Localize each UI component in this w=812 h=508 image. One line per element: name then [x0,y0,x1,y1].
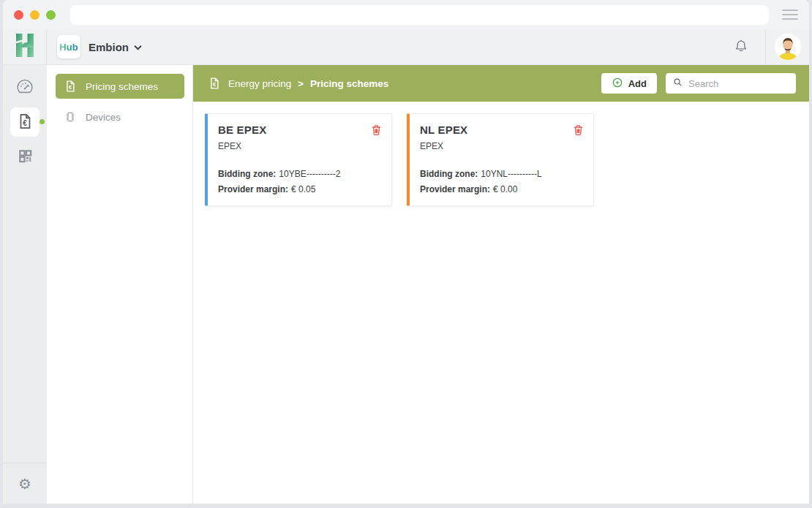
hub-product-badge: Hub [57,35,80,58]
plus-circle-icon [612,77,623,91]
field-label: Bidding zone: [420,169,478,179]
svg-text:€: € [69,84,72,91]
search-input[interactable] [688,78,789,89]
gear-icon: ⚙ [18,476,31,492]
minimize-window-button[interactable] [30,10,40,20]
header-main: Hub Embion [47,29,765,64]
document-euro-icon: € [64,80,77,93]
field-value: 10YBE----------2 [279,169,340,179]
breadcrumb-current: Pricing schemes [310,78,388,89]
app-logo[interactable] [3,29,47,64]
sidebar-item-label: Devices [86,112,121,123]
gauge-icon [15,77,34,98]
device-chip-icon [64,110,77,124]
add-button[interactable]: Add [601,73,657,94]
document-euro-icon: € [208,77,221,90]
search-box [666,73,796,94]
sidebar: € Pricing schemes Devices [47,65,193,504]
svg-text:€: € [23,118,27,126]
browser-window: Hub Embion [3,0,809,504]
window-controls [14,10,56,20]
sidebar-item-devices[interactable]: Devices [56,105,184,129]
field-value: € 0.00 [493,184,517,194]
field-label: Provider margin: [218,184,288,194]
workspace-name: Embion [89,41,129,53]
avatar-cell [765,29,809,64]
trash-icon [370,128,383,139]
status-dot [40,119,45,124]
chevron-down-icon [134,42,142,53]
card-title: BE EPEX [218,124,381,136]
browser-menu-icon[interactable] [782,10,798,20]
provider-margin-field: Provider margin:€ 0.05 [218,184,381,194]
field-value: € 0.05 [291,184,315,194]
rail-item-apps[interactable] [10,143,40,172]
maximize-window-button[interactable] [46,10,56,20]
notifications-button[interactable] [733,38,749,56]
field-label: Bidding zone: [218,169,276,179]
card-title: NL EPEX [420,124,583,136]
app-body: € [3,65,809,504]
delete-button[interactable] [370,124,383,137]
user-avatar[interactable] [775,34,801,60]
svg-text:€: € [213,81,217,88]
field-label: Provider margin: [420,184,490,194]
settings-button[interactable]: ⚙ [18,477,31,491]
sidebar-item-label: Pricing schemes [86,81,158,92]
hub-badge-label: Hub [59,42,78,53]
bidding-zone-field: Bidding zone:10YBE----------2 [218,169,381,179]
close-window-button[interactable] [14,10,23,20]
browser-chrome [3,0,809,29]
apps-grid-icon [17,148,34,167]
breadcrumb-separator: > [298,78,304,89]
breadcrumb-parent[interactable]: Energy pricing [228,78,291,89]
search-icon [672,77,683,91]
sidebar-item-pricing-schemes[interactable]: € Pricing schemes [56,74,184,99]
breadcrumb-bar: € Energy pricing > Pricing schemes [193,65,809,102]
trash-icon [572,128,584,139]
rail-item-dashboard[interactable] [10,72,40,102]
workspace-selector[interactable]: Embion [89,41,142,53]
rail-item-energy-pricing[interactable]: € [10,107,40,137]
rail-footer: ⚙ [3,463,47,504]
field-value: 10YNL----------L [481,169,541,179]
main-panel: € Energy pricing > Pricing schemes [193,65,809,504]
card-subtitle: EPEX [420,141,583,151]
address-bar[interactable] [70,5,769,25]
card-fields: Bidding zone:10YNL----------L Provider m… [420,169,583,194]
card-fields: Bidding zone:10YBE----------2 Provider m… [218,169,381,194]
provider-margin-field: Provider margin:€ 0.00 [420,184,583,194]
card-subtitle: EPEX [218,141,381,151]
toolbar: Add [601,73,796,94]
add-button-label: Add [628,78,647,89]
bidding-zone-field: Bidding zone:10YNL----------L [420,169,583,179]
bell-icon [733,38,749,56]
pricing-scheme-card[interactable]: BE EPEX EPEX [205,113,392,206]
delete-button[interactable] [572,124,584,137]
breadcrumb: € Energy pricing > Pricing schemes [208,77,388,90]
document-euro-icon: € [16,113,34,132]
icon-rail: € [3,65,47,504]
pricing-scheme-card[interactable]: NL EPEX EPEX [407,113,594,206]
app-header: Hub Embion [3,29,809,65]
h-logo-icon [14,32,36,61]
pricing-scheme-list: BE EPEX EPEX [193,102,809,504]
